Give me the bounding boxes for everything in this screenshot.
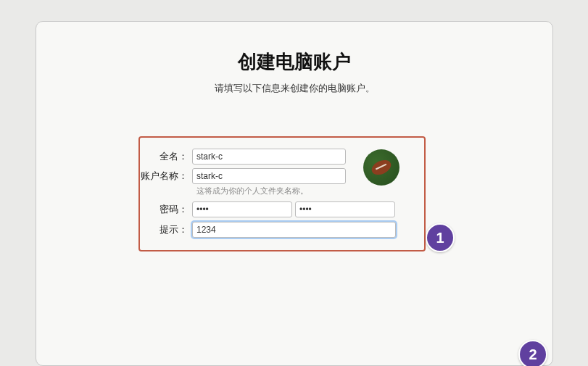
password-input[interactable]	[192, 201, 292, 217]
annotation-badge-1: 1	[426, 223, 455, 252]
setup-window: 创建电脑账户 请填写以下信息来创建你的电脑账户。 全名： 账户名称： 这将成为你…	[36, 21, 553, 366]
page-subtitle: 请填写以下信息来创建你的电脑账户。	[36, 82, 552, 95]
account-name-note: 这将成为你的个人文件夹名称。	[196, 186, 308, 196]
full-name-input[interactable]	[192, 149, 346, 165]
account-name-input[interactable]	[192, 168, 346, 184]
account-name-label: 账户名称：	[36, 170, 192, 183]
hint-input[interactable]	[192, 222, 396, 238]
hint-label: 提示：	[36, 223, 192, 236]
password-confirm-input[interactable]	[295, 201, 395, 217]
annotation-badge-2: 2	[518, 340, 547, 366]
page-title: 创建电脑账户	[36, 49, 552, 75]
password-label: 密码：	[36, 203, 192, 216]
full-name-label: 全名：	[36, 150, 192, 163]
